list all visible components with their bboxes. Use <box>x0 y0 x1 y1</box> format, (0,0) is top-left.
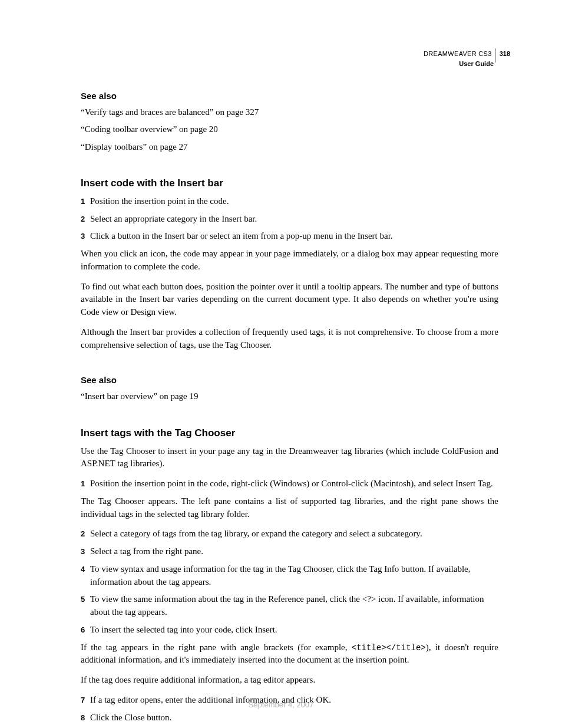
step-number: 8 <box>81 711 90 724</box>
header-divider <box>495 48 496 62</box>
step-text: To insert the selected tag into your cod… <box>90 624 498 637</box>
paragraph: When you click an icon, the code may app… <box>81 248 498 274</box>
step-number: 5 <box>81 593 90 619</box>
inline-code: <title></title> <box>352 643 426 653</box>
see-also-block-1: See also “Verify tags and braces are bal… <box>81 91 498 154</box>
see-also-title: See also <box>81 375 498 385</box>
heading-tag-chooser: Insert tags with the Tag Chooser <box>81 427 498 439</box>
step-number: 2 <box>81 528 90 541</box>
page-header: DREAMWEAVER CS3 318 User Guide <box>424 48 510 68</box>
step-item: 5To view the same information about the … <box>81 593 498 619</box>
step-text: Position the insertion point in the code… <box>90 477 498 490</box>
paragraph: The Tag Chooser appears. The left pane c… <box>81 495 498 521</box>
step-item: 4To view syntax and usage information fo… <box>81 563 498 589</box>
header-subtitle: User Guide <box>424 60 510 68</box>
step-item: 2Select a category of tags from the tag … <box>81 528 498 541</box>
paragraph: To find out what each button does, posit… <box>81 281 498 319</box>
step-item: 3Select a tag from the right pane. <box>81 545 498 558</box>
step-number: 1 <box>81 477 90 490</box>
paragraph: If the tag appears in the right pane wit… <box>81 641 498 667</box>
step-text: Click a button in the Insert bar or sele… <box>90 230 498 243</box>
step-item: 1Position the insertion point in the cod… <box>81 195 498 208</box>
step-text: Select a category of tags from the tag l… <box>90 528 498 541</box>
step-item: 8Click the Close button. <box>81 711 498 724</box>
step-item: 1Position the insertion point in the cod… <box>81 477 498 490</box>
step-number: 2 <box>81 213 90 226</box>
header-page-number: 318 <box>500 50 510 58</box>
see-also-block-2: See also “Insert bar overview” on page 1… <box>81 375 498 403</box>
step-item: 6To insert the selected tag into your co… <box>81 624 498 637</box>
see-also-link[interactable]: “Display toolbars” on page 27 <box>81 140 498 154</box>
see-also-link[interactable]: “Coding toolbar overview” on page 20 <box>81 123 498 136</box>
step-text: Click the Close button. <box>90 711 498 724</box>
step-number: 1 <box>81 195 90 208</box>
see-also-title: See also <box>81 91 498 101</box>
paragraph: Although the Insert bar provides a colle… <box>81 326 498 352</box>
paragraph: Use the Tag Chooser to insert in your pa… <box>81 445 498 471</box>
step-text: To view the same information about the t… <box>90 593 498 619</box>
step-number: 3 <box>81 545 90 558</box>
footer-date: September 4, 2007 <box>0 700 562 709</box>
step-text: To view syntax and usage information for… <box>90 563 498 589</box>
see-also-link[interactable]: “Verify tags and braces are balanced” on… <box>81 106 498 119</box>
header-product: DREAMWEAVER CS3 <box>424 50 492 58</box>
heading-insert-bar: Insert code with the Insert bar <box>81 177 498 189</box>
step-text: Select an appropriate category in the In… <box>90 213 498 226</box>
step-item: 2Select an appropriate category in the I… <box>81 213 498 226</box>
para-fragment: If the tag appears in the right pane wit… <box>81 643 352 652</box>
paragraph: If the tag does require additional infor… <box>81 674 498 687</box>
step-number: 3 <box>81 230 90 243</box>
see-also-link[interactable]: “Insert bar overview” on page 19 <box>81 390 498 403</box>
step-text: Position the insertion point in the code… <box>90 195 498 208</box>
step-text: Select a tag from the right pane. <box>90 545 498 558</box>
step-item: 3Click a button in the Insert bar or sel… <box>81 230 498 243</box>
step-number: 4 <box>81 563 90 589</box>
step-number: 6 <box>81 624 90 637</box>
